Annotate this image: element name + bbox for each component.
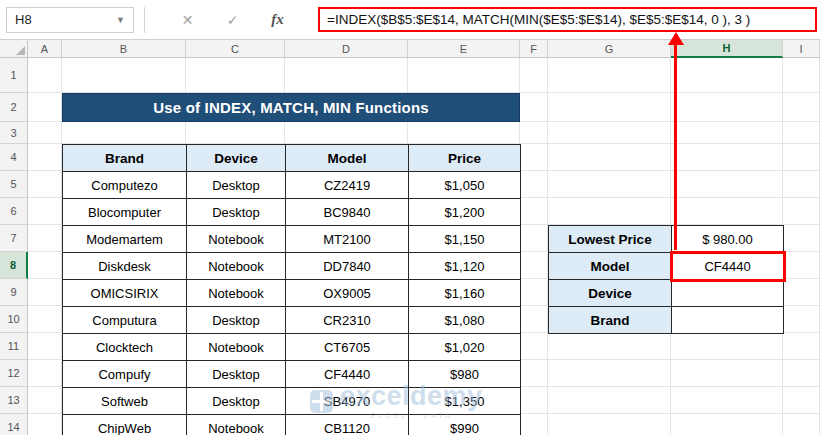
- formula-text: =INDEX($B$5:$E$14, MATCH(MIN($E$5:$E$14)…: [327, 12, 750, 27]
- cell-model[interactable]: CZ2419: [286, 172, 409, 199]
- cell-device[interactable]: Desktop: [187, 361, 286, 388]
- cell-brand[interactable]: Computezo: [63, 172, 187, 199]
- select-all-corner[interactable]: [0, 40, 28, 58]
- excel-window: H8 ▼ ✕ ✓ fx =INDEX($B$5:$E$14, MATCH(MIN…: [0, 0, 820, 435]
- cell-brand[interactable]: Computura: [63, 307, 187, 334]
- title-banner[interactable]: Use of INDEX, MATCH, MIN Functions: [62, 93, 520, 122]
- cell-model[interactable]: BC9840: [286, 199, 409, 226]
- cell-model[interactable]: CF4440: [286, 361, 409, 388]
- cell-device[interactable]: Notebook: [187, 280, 286, 307]
- lookup-label-model[interactable]: Model: [549, 253, 672, 280]
- column-header-E[interactable]: E: [408, 40, 520, 58]
- row-header-10[interactable]: 10: [0, 306, 28, 333]
- cell-device[interactable]: Notebook: [187, 226, 286, 253]
- cell-brand[interactable]: ChipWeb: [63, 415, 187, 435]
- cell-model[interactable]: OX9005: [286, 280, 409, 307]
- cell-model[interactable]: MT2100: [286, 226, 409, 253]
- row-header-11[interactable]: 11: [0, 333, 28, 360]
- lookup-label-lowest-price[interactable]: Lowest Price: [549, 226, 672, 253]
- formula-input[interactable]: =INDEX($B$5:$E$14, MATCH(MIN($E$5:$E$14)…: [318, 7, 817, 32]
- formula-bar-divider: [144, 7, 145, 33]
- cell-device[interactable]: Desktop: [187, 307, 286, 334]
- worksheet: Use of INDEX, MATCH, MIN Functions Brand…: [0, 40, 820, 435]
- formula-bar: H8 ▼ ✕ ✓ fx =INDEX($B$5:$E$14, MATCH(MIN…: [0, 0, 820, 40]
- lookup-label-brand[interactable]: Brand: [549, 307, 672, 334]
- cell-model[interactable]: CT6705: [286, 334, 409, 361]
- cell-brand[interactable]: Softweb: [63, 388, 187, 415]
- cell-price[interactable]: $1,150: [409, 226, 521, 253]
- cell-brand[interactable]: Modemartem: [63, 226, 187, 253]
- cell-device[interactable]: Desktop: [187, 172, 286, 199]
- row-header-7[interactable]: 7: [0, 225, 28, 252]
- cell-price[interactable]: $990: [409, 415, 521, 435]
- active-cell-H8[interactable]: CF4440: [672, 253, 784, 280]
- product-header-device[interactable]: Device: [187, 145, 286, 172]
- column-header-D[interactable]: D: [285, 40, 408, 58]
- lookup-label-device[interactable]: Device: [549, 280, 672, 307]
- column-header-F[interactable]: F: [520, 40, 548, 58]
- name-box[interactable]: H8 ▼: [6, 7, 134, 33]
- cell-price[interactable]: $1,350: [409, 388, 521, 415]
- cell-price[interactable]: $1,200: [409, 199, 521, 226]
- cell-device[interactable]: Notebook: [187, 334, 286, 361]
- lookup-panel: Lowest Price$ 980.00ModelCF4440DeviceBra…: [548, 225, 784, 334]
- cell-device[interactable]: Notebook: [187, 415, 286, 435]
- cell-price[interactable]: $1,120: [409, 253, 521, 280]
- cell-device[interactable]: Desktop: [187, 199, 286, 226]
- row-header-5[interactable]: 5: [0, 171, 28, 198]
- formula-bar-icons: ✕ ✓ fx: [165, 11, 300, 28]
- cell-model[interactable]: CR2310: [286, 307, 409, 334]
- lookup-value-lowest-price[interactable]: $ 980.00: [672, 226, 784, 253]
- enter-icon[interactable]: ✓: [210, 12, 255, 28]
- cell-brand[interactable]: Compufy: [63, 361, 187, 388]
- row-header-3[interactable]: 3: [0, 122, 28, 144]
- cell-model[interactable]: CB1120: [286, 415, 409, 435]
- cell-device[interactable]: Desktop: [187, 388, 286, 415]
- cell-price[interactable]: $1,050: [409, 172, 521, 199]
- column-header-A[interactable]: A: [28, 40, 62, 58]
- column-header-G[interactable]: G: [548, 40, 671, 58]
- cell-model[interactable]: SB4970: [286, 388, 409, 415]
- row-header-4[interactable]: 4: [0, 144, 28, 171]
- row-header-12[interactable]: 12: [0, 360, 28, 387]
- product-header-price[interactable]: Price: [409, 145, 521, 172]
- banner-title: Use of INDEX, MATCH, MIN Functions: [153, 99, 429, 116]
- row-header-13[interactable]: 13: [0, 387, 28, 414]
- cell-price[interactable]: $1,020: [409, 334, 521, 361]
- product-header-model[interactable]: Model: [286, 145, 409, 172]
- row-header-14[interactable]: 14: [0, 414, 28, 435]
- name-box-value: H8: [15, 12, 32, 27]
- cell-price[interactable]: $1,080: [409, 307, 521, 334]
- cell-brand[interactable]: Diskdesk: [63, 253, 187, 280]
- cell-brand[interactable]: Clocktech: [63, 334, 187, 361]
- row-header-2[interactable]: 2: [0, 93, 28, 122]
- product-table: BrandDeviceModelPriceComputezoDesktopCZ2…: [62, 144, 521, 435]
- insert-function-icon[interactable]: fx: [255, 11, 300, 28]
- column-header-C[interactable]: C: [186, 40, 285, 58]
- row-header-1[interactable]: 1: [0, 58, 28, 93]
- cancel-icon[interactable]: ✕: [165, 12, 210, 28]
- cell-price[interactable]: $1,160: [409, 280, 521, 307]
- cell-model[interactable]: DD7840: [286, 253, 409, 280]
- lookup-value-device[interactable]: [672, 280, 784, 307]
- column-header-I[interactable]: I: [783, 40, 820, 58]
- cell-price[interactable]: $980: [409, 361, 521, 388]
- cell-brand[interactable]: Blocomputer: [63, 199, 187, 226]
- cell-device[interactable]: Notebook: [187, 253, 286, 280]
- row-header-6[interactable]: 6: [0, 198, 28, 225]
- cell-brand[interactable]: OMICSIRIX: [63, 280, 187, 307]
- column-header-H[interactable]: H: [671, 40, 783, 58]
- product-header-brand[interactable]: Brand: [63, 145, 187, 172]
- name-box-dropdown-icon[interactable]: ▼: [116, 15, 125, 25]
- row-header-9[interactable]: 9: [0, 279, 28, 306]
- lookup-value-brand[interactable]: [672, 307, 784, 334]
- row-header-8[interactable]: 8: [0, 252, 28, 279]
- column-header-B[interactable]: B: [62, 40, 186, 58]
